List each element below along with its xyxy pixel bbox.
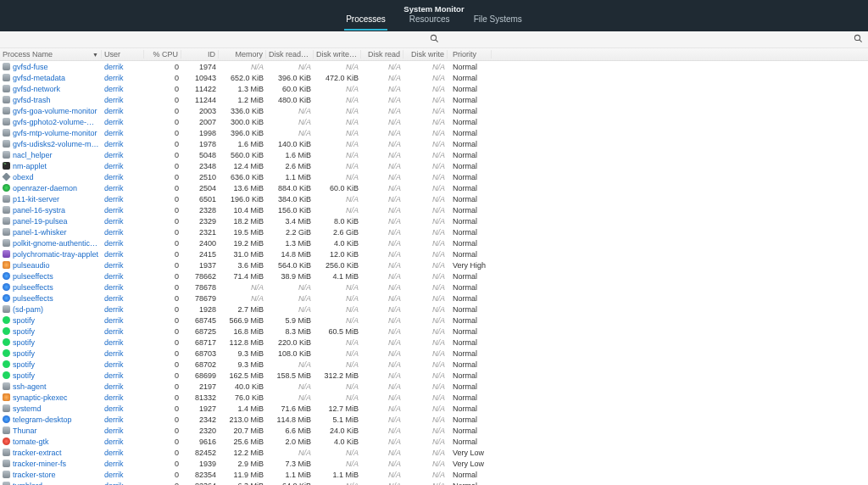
cell-process-name[interactable]: (sd-pam): [0, 305, 102, 314]
cell-user[interactable]: derrik: [102, 129, 144, 137]
process-name-link[interactable]: gvfs-mtp-volume-monitor: [13, 129, 97, 137]
process-name-link[interactable]: gvfsd-network: [13, 85, 60, 93]
col-header-name[interactable]: Process Name▼: [0, 50, 102, 59]
cell-user[interactable]: derrik: [102, 261, 144, 270]
process-name-link[interactable]: spotify: [13, 360, 35, 369]
col-header-priority[interactable]: Priority: [448, 50, 492, 59]
tab-processes[interactable]: Processes: [344, 9, 387, 31]
cell-process-name[interactable]: gvfsd-fuse: [0, 63, 102, 71]
table-row[interactable]: spotifyderrik0687029.3 MiBN/AN/AN/AN/ANo…: [0, 359, 868, 370]
process-name-link[interactable]: polychromatic-tray-applet: [13, 250, 98, 259]
cell-user[interactable]: derrik: [102, 206, 144, 215]
process-name-link[interactable]: gvfsd-fuse: [13, 63, 48, 71]
cell-process-name[interactable]: tomate-gtk: [0, 438, 102, 446]
cell-user[interactable]: derrik: [102, 283, 144, 292]
cell-process-name[interactable]: pulseeffects: [0, 283, 102, 292]
cell-user[interactable]: derrik: [102, 272, 144, 281]
process-name-link[interactable]: tumblerd: [13, 482, 42, 486]
cell-process-name[interactable]: gvfsd-trash: [0, 96, 102, 104]
cell-process-name[interactable]: spotify: [0, 349, 102, 358]
table-row[interactable]: gvfsd-metadataderrik010943652.0 KiB396.0…: [0, 72, 868, 83]
process-name-link[interactable]: tracker-extract: [13, 449, 62, 457]
process-name-link[interactable]: synaptic-pkexec: [13, 393, 68, 402]
cell-user[interactable]: derrik: [102, 195, 144, 203]
cell-process-name[interactable]: spotify: [0, 371, 102, 380]
cell-process-name[interactable]: gvfsd-metadata: [0, 74, 102, 82]
cell-process-name[interactable]: panel-16-systra: [0, 206, 102, 215]
cell-user[interactable]: derrik: [102, 96, 144, 104]
cell-user[interactable]: derrik: [102, 184, 144, 192]
process-name-link[interactable]: obexd: [13, 173, 34, 181]
process-name-link[interactable]: spotify: [13, 338, 35, 347]
cell-user[interactable]: derrik: [102, 305, 144, 314]
process-name-link[interactable]: ssh-agent: [13, 382, 47, 391]
table-row[interactable]: ssh-agentderrik0219740.0 KiBN/AN/AN/AN/A…: [0, 381, 868, 392]
cell-user[interactable]: derrik: [102, 173, 144, 181]
cell-user[interactable]: derrik: [102, 239, 144, 248]
cell-user[interactable]: derrik: [102, 471, 144, 479]
cell-process-name[interactable]: p11-kit-server: [0, 195, 102, 203]
process-name-link[interactable]: tracker-store: [13, 471, 56, 479]
cell-process-name[interactable]: spotify: [0, 360, 102, 369]
cell-user[interactable]: derrik: [102, 393, 144, 402]
cell-process-name[interactable]: polkit-gnome-authentication-agent-1: [0, 239, 102, 248]
process-name-link[interactable]: polkit-gnome-authentication-agent-1: [13, 239, 99, 248]
cell-user[interactable]: derrik: [102, 217, 144, 226]
table-row[interactable]: synaptic-pkexecderrik08133276.0 KiBN/AN/…: [0, 392, 868, 403]
cell-user[interactable]: derrik: [102, 294, 144, 303]
table-row[interactable]: gvfsd-trashderrik0112441.2 MiB480.0 KiBN…: [0, 94, 868, 105]
cell-user[interactable]: derrik: [102, 404, 144, 413]
cell-user[interactable]: derrik: [102, 327, 144, 336]
cell-process-name[interactable]: panel-1-whisker: [0, 228, 102, 237]
process-name-link[interactable]: pulseaudio: [13, 261, 50, 270]
table-row[interactable]: openrazer-daemonderrik0250413.6 MiB884.0…: [0, 182, 868, 193]
process-name-link[interactable]: nacl_helper: [13, 151, 53, 159]
table-row[interactable]: spotifyderrik068699162.5 MiB158.5 MiB312…: [0, 370, 868, 381]
table-row[interactable]: tracker-storederrik08235411.9 MiB1.1 MiB…: [0, 469, 868, 480]
process-name-link[interactable]: spotify: [13, 327, 35, 336]
col-header-cpu[interactable]: % CPU: [144, 50, 181, 59]
table-row[interactable]: spotifyderrik0687039.3 MiB108.0 KiBN/AN/…: [0, 348, 868, 359]
table-row[interactable]: pulseaudioderrik019373.6 MiB564.0 KiB256…: [0, 259, 868, 270]
cell-process-name[interactable]: pulseeffects: [0, 294, 102, 303]
cell-process-name[interactable]: gvfs-goa-volume-monitor: [0, 107, 102, 115]
cell-process-name[interactable]: nacl_helper: [0, 151, 102, 159]
cell-process-name[interactable]: panel-19-pulsea: [0, 217, 102, 226]
process-name-link[interactable]: gvfsd-trash: [13, 96, 51, 104]
col-header-disk-read-total[interactable]: Disk read total: [266, 50, 314, 59]
table-row[interactable]: tracker-miner-fsderrik019392.9 MiB7.3 Mi…: [0, 458, 868, 469]
table-row[interactable]: gvfsd-fusederrik01974N/AN/AN/AN/AN/ANorm…: [0, 61, 868, 72]
process-name-link[interactable]: nm-applet: [13, 162, 47, 170]
table-row[interactable]: gvfs-goa-volume-monitorderrik02003336.0 …: [0, 105, 868, 116]
process-name-link[interactable]: telegram-desktop: [13, 415, 72, 424]
cell-process-name[interactable]: openrazer-daemon: [0, 184, 102, 192]
cell-user[interactable]: derrik: [102, 426, 144, 435]
cell-user[interactable]: derrik: [102, 316, 144, 325]
cell-process-name[interactable]: tracker-extract: [0, 449, 102, 457]
process-name-link[interactable]: pulseeffects: [13, 294, 53, 303]
cell-user[interactable]: derrik: [102, 415, 144, 424]
cell-process-name[interactable]: gvfsd-network: [0, 85, 102, 93]
table-row[interactable]: spotifyderrik068745566.9 MiB5.9 MiBN/AN/…: [0, 315, 868, 326]
search-bar[interactable]: [0, 31, 868, 48]
cell-user[interactable]: derrik: [102, 118, 144, 126]
cell-process-name[interactable]: ssh-agent: [0, 382, 102, 391]
process-name-link[interactable]: pulseeffects: [13, 272, 53, 281]
cell-user[interactable]: derrik: [102, 107, 144, 115]
table-row[interactable]: tomate-gtkderrik0961625.6 MiB2.0 MiB4.0 …: [0, 436, 868, 447]
process-name-link[interactable]: gvfsd-metadata: [13, 74, 65, 82]
cell-user[interactable]: derrik: [102, 338, 144, 347]
process-name-link[interactable]: (sd-pam): [13, 305, 43, 314]
cell-process-name[interactable]: spotify: [0, 316, 102, 325]
process-name-link[interactable]: spotify: [13, 316, 35, 325]
table-row[interactable]: telegram-desktopderrik02342213.0 MiB114.…: [0, 414, 868, 425]
process-name-link[interactable]: spotify: [13, 349, 35, 358]
cell-user[interactable]: derrik: [102, 151, 144, 159]
cell-user[interactable]: derrik: [102, 360, 144, 369]
col-header-disk-write-total[interactable]: Disk write total: [314, 50, 361, 59]
cell-user[interactable]: derrik: [102, 349, 144, 358]
table-row[interactable]: tumblerdderrik0823646.3 MiB64.0 KiBN/AN/…: [0, 480, 868, 485]
cell-process-name[interactable]: pulseaudio: [0, 261, 102, 270]
process-name-link[interactable]: panel-1-whisker: [13, 228, 67, 237]
tab-filesystems[interactable]: File Systems: [472, 9, 524, 31]
